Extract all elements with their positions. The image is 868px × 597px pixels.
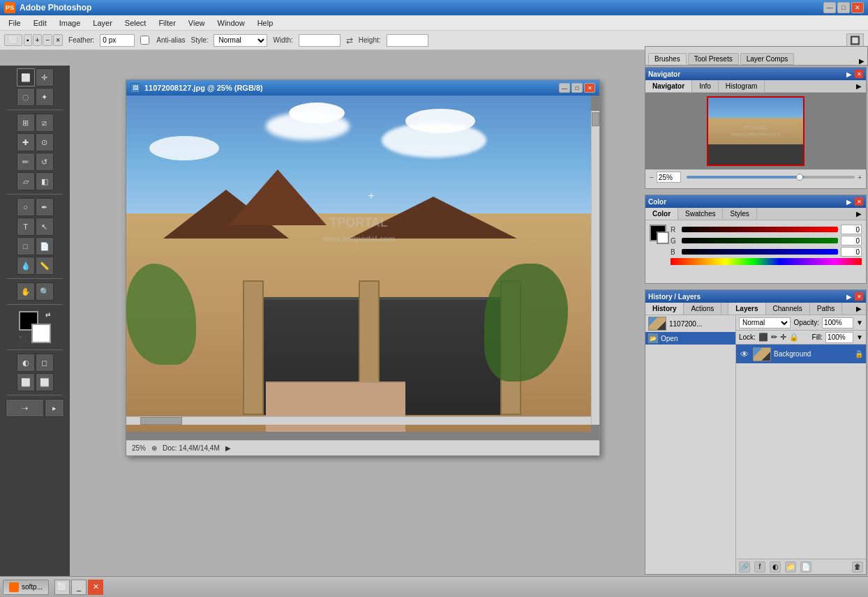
opacity-input[interactable] [822, 317, 853, 328]
zoom-thumb[interactable] [796, 174, 803, 181]
pen-tool[interactable]: ✒ [36, 198, 54, 216]
default-colors-icon[interactable]: ⬛ [19, 336, 27, 343]
brushes-tab[interactable]: Brushes [648, 53, 687, 65]
color-menu-icon[interactable]: ▶ [852, 208, 866, 220]
zoom-out-icon[interactable]: − [650, 174, 654, 181]
menu-file[interactable]: File [3, 17, 27, 29]
menu-select[interactable]: Select [119, 17, 152, 29]
eraser-tool[interactable]: ▱ [17, 172, 35, 190]
red-slider[interactable] [682, 227, 838, 232]
fill-arrow[interactable]: ▼ [856, 333, 863, 341]
blue-slider[interactable] [682, 249, 838, 255]
crop-tool[interactable]: ⊞ [17, 114, 35, 132]
brush-tool[interactable]: ✏ [17, 153, 35, 171]
style-select[interactable]: Normal Fixed Ratio Fixed Size [214, 34, 267, 47]
menu-view[interactable]: View [183, 17, 211, 29]
taskbar-restore-btn[interactable]: ⬜ [54, 580, 70, 595]
magic-wand-tool[interactable]: ✦ [36, 88, 54, 106]
height-input[interactable] [387, 34, 428, 47]
dodge-tool[interactable]: ○ [17, 198, 35, 216]
opacity-arrow[interactable]: ▼ [856, 319, 863, 326]
color-close-btn[interactable]: ✕ [855, 197, 863, 206]
channels-tab[interactable]: Channels [766, 303, 810, 315]
zoom-tool[interactable]: 🔍 [36, 282, 54, 301]
doc-maximize[interactable]: □ [571, 83, 583, 93]
layer-eye-icon[interactable]: 👁 [739, 349, 750, 360]
bottom-close-btn[interactable]: ✕ [855, 292, 863, 301]
fullscreen-mode[interactable]: ⬜ [17, 373, 35, 391]
navigator-tab[interactable]: Navigator [645, 80, 692, 92]
history-tab[interactable]: History [645, 303, 684, 315]
info-tab[interactable]: Info [692, 80, 719, 92]
green-input[interactable] [841, 236, 862, 245]
blue-input[interactable] [841, 247, 862, 257]
swap-icon[interactable]: ⇄ [346, 36, 353, 45]
stamp-tool[interactable]: ⊙ [36, 133, 54, 151]
doc-canvas[interactable]: TPORTALwww.softportal.com + [126, 96, 599, 440]
zoom-input[interactable] [657, 172, 681, 183]
menu-edit[interactable]: Edit [28, 17, 52, 29]
lock-transparent-icon[interactable]: ⬛ [758, 333, 768, 342]
menu-filter[interactable]: Filter [153, 17, 181, 29]
add-selection-btn[interactable]: + [33, 34, 43, 46]
delete-layer-btn[interactable]: 🗑 [852, 561, 863, 573]
marquee-tool-btn[interactable]: ⬜ [4, 34, 22, 46]
paths-tab[interactable]: Paths [810, 303, 843, 315]
histogram-tab[interactable]: Histogram [719, 80, 765, 92]
imagready-btn[interactable]: ⇢ [6, 399, 44, 417]
menu-help[interactable]: Help [252, 17, 279, 29]
scrollbar-thumb-h[interactable] [140, 417, 182, 425]
blend-mode-select[interactable]: Normal Multiply Screen [739, 317, 791, 328]
add-style-btn[interactable]: f [754, 561, 765, 573]
taskbar-photoshop[interactable]: softp... [3, 580, 49, 595]
subtract-selection-btn[interactable]: − [43, 34, 52, 46]
move-tool[interactable]: ✛ [36, 68, 54, 86]
gradient-tool[interactable]: ◧ [36, 172, 54, 190]
tool-presets-tab[interactable]: Tool Presets [688, 53, 739, 65]
nav-menu-icon[interactable]: ▶ [852, 80, 866, 92]
measure-tool[interactable]: 📏 [36, 257, 54, 275]
menu-window[interactable]: Window [212, 17, 250, 29]
green-slider[interactable] [682, 238, 838, 243]
history-item-snapshot[interactable]: 1107200... [645, 315, 735, 332]
zoom-in-icon[interactable]: + [858, 174, 862, 181]
bottom-expand-icon[interactable]: ▶ [846, 293, 852, 301]
navigator-expand-icon[interactable]: ▶ [846, 70, 852, 78]
close-button[interactable]: ✕ [851, 2, 864, 13]
background-swatch[interactable] [657, 232, 669, 244]
lock-all-icon[interactable]: 🔒 [789, 333, 799, 342]
fill-input[interactable] [825, 332, 853, 343]
doc-scrollbar-vertical[interactable] [591, 111, 599, 425]
doc-arrow[interactable]: ▶ [225, 444, 231, 452]
marquee-tool[interactable]: ⬜ [17, 68, 35, 86]
doc-minimize[interactable]: — [559, 83, 570, 93]
taskbar-close-btn[interactable]: ✕ [88, 580, 103, 595]
layers-tab[interactable]: Layers [728, 303, 765, 315]
color-spectrum[interactable] [671, 258, 862, 265]
cs-mode[interactable]: ⬜ [36, 373, 54, 391]
menu-layer[interactable]: Layer [87, 17, 118, 29]
standard-mode[interactable]: ◻ [36, 354, 54, 372]
history-brush-tool[interactable]: ↺ [36, 153, 54, 171]
minimize-button[interactable]: — [823, 2, 836, 13]
path-selection-tool[interactable]: ↖ [36, 218, 54, 236]
shape-tool[interactable]: □ [17, 237, 35, 255]
styles-tab[interactable]: Styles [723, 208, 756, 220]
type-tool[interactable]: T [17, 218, 35, 236]
background-color[interactable] [31, 324, 51, 343]
doc-title-bar[interactable]: 🖼 11072008127.jpg @ 25% (RGB/8) — □ ✕ [126, 80, 599, 96]
doc-scrollbar-horizontal[interactable] [126, 416, 591, 425]
zoom-slider[interactable] [687, 176, 855, 179]
history-item-open[interactable]: 📂 Open [645, 332, 735, 345]
taskbar-minimize-btn[interactable]: _ [71, 580, 87, 595]
doc-close[interactable]: ✕ [584, 83, 595, 93]
maximize-button[interactable]: □ [837, 2, 850, 13]
link-layers-btn[interactable]: 🔗 [739, 561, 750, 573]
feather-input[interactable] [100, 34, 135, 47]
healing-tool[interactable]: ✚ [17, 133, 35, 151]
doc-zoom-icon[interactable]: ⊕ [151, 444, 157, 452]
actions-tab[interactable]: Actions [684, 303, 721, 315]
notes-tool[interactable]: 📄 [36, 237, 54, 255]
cs-btn[interactable]: ▸ [45, 399, 64, 417]
width-input[interactable] [299, 34, 341, 47]
